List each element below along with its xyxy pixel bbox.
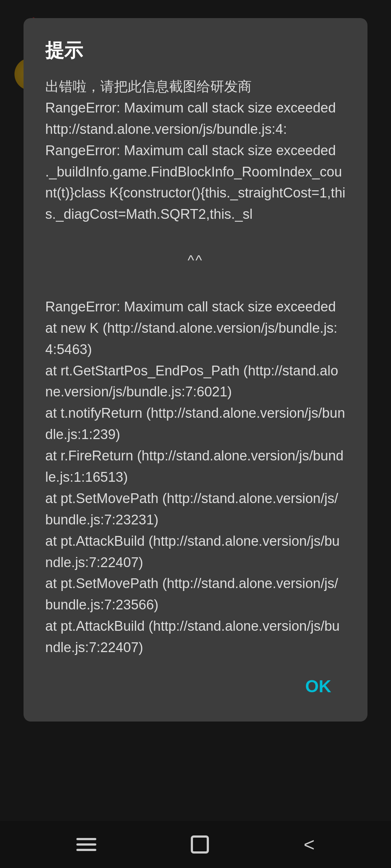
error-dialog: 提示 出错啦，请把此信息截图给研发商 RangeError: Maximum c… bbox=[24, 18, 367, 722]
error-text-line-2: RangeError: Maximum call stack size exce… bbox=[45, 100, 336, 115]
error-text-line-13: at pt.AttackBuild (http://stand.alone.ve… bbox=[45, 533, 340, 570]
dialog-footer: OK bbox=[45, 673, 346, 700]
error-text-line-9: at rt.GetStartPos_EndPos_Path (http://st… bbox=[45, 363, 338, 400]
error-text-line-5: ._buildInfo.game.FindBlockInfo_RoomIndex… bbox=[45, 164, 345, 222]
menu-line-2 bbox=[76, 843, 96, 846]
home-icon[interactable] bbox=[191, 835, 209, 854]
error-text-line-14: at pt.SetMovePath (http://stand.alone.ve… bbox=[45, 576, 338, 612]
error-text-line-4: RangeError: Maximum call stack size exce… bbox=[45, 143, 336, 158]
dialog-content: 出错啦，请把此信息截图给研发商 RangeError: Maximum call… bbox=[45, 76, 346, 658]
error-text-line-10: at t.notifyReturn (http://stand.alone.ve… bbox=[45, 405, 345, 442]
error-text-line-15: at pt.AttackBuild (http://stand.alone.ve… bbox=[45, 618, 340, 655]
error-text-line-8: at new K (http://stand.alone.version/js/… bbox=[45, 320, 337, 357]
caret-indicator: ^^ bbox=[45, 250, 346, 271]
error-text-line-12: at pt.SetMovePath (http://stand.alone.ve… bbox=[45, 491, 338, 527]
dialog-title: 提示 bbox=[45, 38, 346, 63]
back-icon[interactable]: < bbox=[304, 834, 315, 855]
error-text-line-1: 出错啦，请把此信息截图给研发商 bbox=[45, 79, 252, 94]
menu-line-3 bbox=[76, 849, 96, 851]
ok-button[interactable]: OK bbox=[298, 673, 339, 700]
error-text-line-11: at r.FireReturn (http://stand.alone.vers… bbox=[45, 448, 344, 485]
error-text-line-7: RangeError: Maximum call stack size exce… bbox=[45, 299, 336, 314]
error-text-line-3: http://stand.alone.version/js/bundle.js:… bbox=[45, 122, 287, 137]
menu-line-1 bbox=[76, 838, 96, 840]
navigation-bar: < bbox=[0, 821, 391, 868]
menu-icon[interactable] bbox=[76, 838, 96, 851]
